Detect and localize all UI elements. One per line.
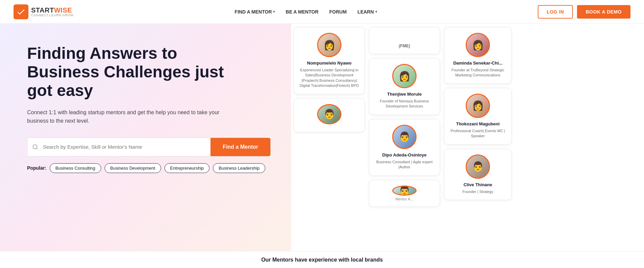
bottom-banner-text: Our Mentors have experience with local b… (261, 257, 383, 263)
mentor-name-dipo: Dipo Adeda-Osinloye (382, 152, 427, 157)
main-nav: FIND A MENTOR ▾ BE A MENTOR FORUM LEARN … (235, 9, 377, 15)
mentor-column-3: 👩 Daminda Senekar-Chi... Founder at TruB… (444, 27, 512, 248)
tag-business-consulting[interactable]: Business Consulting (50, 163, 101, 173)
search-icon (27, 138, 43, 156)
avatar-morule: 👩 (392, 64, 417, 88)
mentor-desc-thokozani: Professional Coach| Events MC | Speaker (449, 128, 507, 139)
login-button[interactable]: LOG IN (538, 5, 573, 19)
search-bar: Find a Mentor (27, 138, 271, 156)
header-actions: LOG IN BOOK A DEMO (538, 5, 630, 19)
mentor-card-partial-fme: (FME) (369, 27, 440, 54)
tag-business-development[interactable]: Business Development (105, 163, 161, 173)
hero-section: Finding Answers to Business Challenges j… (0, 24, 291, 251)
chevron-down-icon: ▾ (375, 10, 377, 14)
mentor-column-1: 👩 Nompumelelo Nyawo Experienced Leader S… (294, 27, 365, 248)
mentor-card-nyawo[interactable]: 👩 Nompumelelo Nyawo Experienced Leader S… (294, 27, 365, 94)
mentor-card-dipo[interactable]: 👨 Dipo Adeda-Osinloye Business Consultan… (369, 119, 440, 176)
avatar-bottom2: 👨 (392, 186, 417, 196)
main-content: Finding Answers to Business Challenges j… (0, 24, 644, 251)
chevron-down-icon: ▾ (273, 10, 275, 14)
mentor-desc-nyawo: Experienced Leader Specializing in Sales… (299, 68, 360, 89)
header: STARTWISE CONNECT.LEARN.GROW FIND A MENT… (0, 0, 644, 24)
popular-label: Popular: (27, 165, 46, 171)
logo[interactable]: STARTWISE CONNECT.LEARN.GROW (14, 4, 74, 19)
logo-text: STARTWISE CONNECT.LEARN.GROW (31, 6, 74, 17)
mentor-card-daminda[interactable]: 👩 Daminda Senekar-Chi... Founder at TruB… (444, 27, 512, 84)
svg-point-0 (33, 145, 37, 149)
avatar-dipo: 👨 (392, 125, 417, 149)
mentor-card-partial-bottom1: 👨 (294, 98, 365, 132)
svg-line-1 (36, 148, 37, 149)
avatar-bottom1: 👨 (317, 104, 341, 124)
mentor-name-nyawo: Nompumelelo Nyawo (307, 60, 351, 66)
book-demo-button[interactable]: BOOK A DEMO (577, 5, 630, 19)
mentor-desc-morule: Founder of Nomaza Business Development S… (374, 99, 435, 109)
hero-subtitle: Connect 1:1 with leading startup mentors… (27, 108, 223, 125)
nav-learn[interactable]: LEARN ▾ (357, 9, 377, 15)
mentor-desc-daminda: Founder at TruBeyond Strategic Marketing… (449, 68, 507, 78)
tag-entrepreneurship[interactable]: Entrepreneurship (164, 163, 210, 173)
mentor-card-morule[interactable]: 👩 Thenjiwe Morule Founder of Nomaza Busi… (369, 58, 440, 115)
mentor-card-partial-bottom2: 👨 Mentor A... (369, 180, 440, 207)
mentor-name-thokozani: Thokozani Magubeni (456, 121, 500, 126)
mentor-desc-clive: Founder | Strategy (463, 189, 493, 194)
nav-forum[interactable]: FORUM (329, 9, 347, 15)
find-mentor-button[interactable]: Find a Mentor (210, 138, 270, 156)
search-input[interactable] (43, 138, 210, 156)
fme-label: (FME) (399, 44, 410, 48)
nav-find-mentor[interactable]: FIND A MENTOR ▾ (235, 9, 275, 15)
tag-business-leadership[interactable]: Business Leadership (213, 163, 265, 173)
mentor-desc-dipo: Business Consultant | Agile expert |Auth… (374, 160, 435, 170)
mentor-card-thokozani[interactable]: 👩 Thokozani Magubeni Professional Coach|… (444, 88, 512, 145)
nav-be-mentor[interactable]: BE A MENTOR (286, 9, 318, 15)
avatar-clive: 👨 (466, 154, 490, 179)
mentor-name-daminda: Daminda Senekar-Chi... (453, 60, 502, 66)
mentors-sidebar: 👩 Nompumelelo Nyawo Experienced Leader S… (291, 24, 644, 251)
mentor-column-2: (FME) 👩 Thenjiwe Morule Founder of Nomaz… (369, 27, 440, 248)
mentor-name-clive: Clive Thinane (464, 182, 492, 187)
logo-tagline: CONNECT.LEARN.GROW (31, 14, 74, 17)
mentor-name-morule: Thenjiwe Morule (387, 92, 422, 97)
hero-title: Finding Answers to Business Challenges j… (27, 44, 244, 100)
avatar-thokozani: 👩 (466, 94, 490, 118)
logo-icon (14, 4, 28, 19)
popular-tags: Popular: Business Consulting Business De… (27, 163, 271, 173)
logo-name: STARTWISE (31, 6, 74, 14)
avatar-nyawo: 👩 (317, 33, 341, 57)
avatar-daminda: 👩 (466, 33, 490, 57)
mentor-card-clive[interactable]: 👨 Clive Thinane Founder | Strategy (444, 149, 512, 200)
mentor-name-partial: Mentor A... (395, 197, 413, 201)
bottom-banner: Our Mentors have experience with local b… (0, 251, 644, 268)
